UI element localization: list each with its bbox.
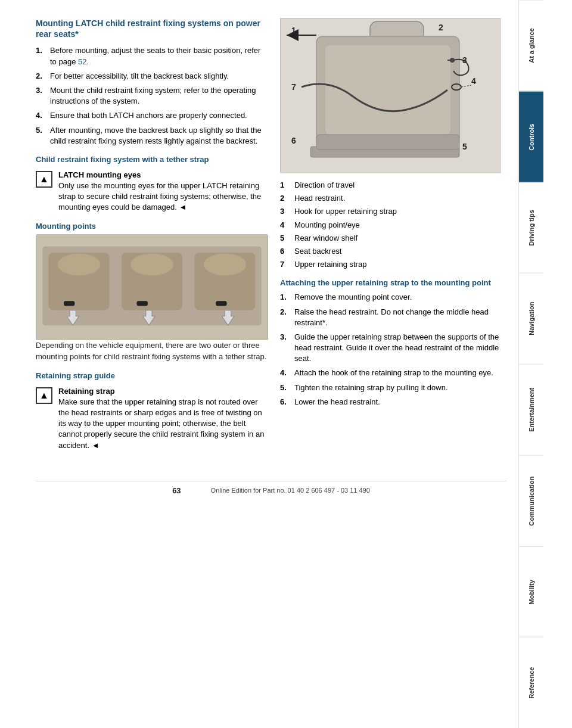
sidebar-item-communication[interactable]: Communication <box>519 455 543 546</box>
attach-text-6: Lower the head restraint. <box>294 397 380 407</box>
attach-step-2: 2. Raise the head restraint. Do not chan… <box>280 307 506 328</box>
attach-num-1: 1. <box>280 292 290 303</box>
seat-diagram: 1 2 3 <box>280 18 500 173</box>
step-3: 3. Mount the child restraint fixing syst… <box>36 85 268 107</box>
attach-num-5: 5. <box>280 382 290 393</box>
svg-point-6 <box>130 253 173 275</box>
warning-strap-label: Retaining strap <box>58 387 115 396</box>
mounting-points-diagram <box>36 235 268 340</box>
svg-point-5 <box>58 253 100 275</box>
footer-text: Online Edition for Part no. 01 40 2 606 … <box>211 487 370 494</box>
attaching-steps-list: 1. Remove the mounting point cover. 2. R… <box>280 292 506 407</box>
attach-text-4: Attach the hook of the retaining strap t… <box>294 368 493 378</box>
sidebar-item-mobility[interactable]: Mobility <box>519 546 543 637</box>
attach-step-6: 6. Lower the head restraint. <box>280 397 506 407</box>
step-text-5: After mounting, move the backrest back u… <box>50 125 268 147</box>
label-text-1: Direction of travel <box>294 180 355 191</box>
warning-latch-body: Only use the mounting eyes for the upper… <box>58 181 261 211</box>
mounting-diagram-svg <box>36 234 268 341</box>
step-2: 2. For better accessibility, tilt the ba… <box>36 71 268 82</box>
label-text-4: Mounting point/eye <box>294 220 360 231</box>
step-num-1: 1. <box>36 45 45 67</box>
warning-latch-text: LATCH mounting eyes Only use the mountin… <box>58 170 268 213</box>
mounting-caption: Depending on the vehicle equipment, ther… <box>36 340 268 363</box>
step-num-5: 5. <box>36 125 45 147</box>
label-num-7: 7 <box>280 259 290 270</box>
step-text-1: Before mounting, adjust the seats to the… <box>50 45 268 67</box>
sidebar-item-at-a-glance[interactable]: At a glance <box>519 0 543 91</box>
warning-strap: ▲ Retaining strap Make sure that the upp… <box>36 386 268 451</box>
step-text-4: Ensure that both LATCH anchors are prope… <box>50 110 247 121</box>
mounting-points-title: Mounting points <box>36 222 268 231</box>
label-item-1: 1 Direction of travel <box>280 180 506 191</box>
step-num-4: 4. <box>36 110 45 121</box>
warning-strap-text: Retaining strap Make sure that the upper… <box>58 386 268 451</box>
attach-text-1: Remove the mounting point cover. <box>294 292 412 303</box>
label-item-2: 2 Head restraint. <box>280 193 506 204</box>
attach-text-5: Tighten the retaining strap by pulling i… <box>294 382 448 393</box>
svg-point-7 <box>204 253 246 275</box>
label-text-2: Head restraint. <box>294 193 345 204</box>
label-item-3: 3 Hook for upper retaining strap <box>280 206 506 217</box>
svg-text:7: 7 <box>291 82 296 92</box>
attaching-title: Attaching the upper retaining strap to t… <box>280 278 506 287</box>
warning-icon-1: ▲ <box>36 171 52 188</box>
label-text-6: Seat backrest <box>294 246 342 257</box>
sidebar-item-reference[interactable]: Reference <box>519 637 543 728</box>
diagram-labels-list: 1 Direction of travel 2 Head restraint. … <box>280 180 506 270</box>
step-text-2: For better accessibility, tilt the backr… <box>50 71 229 82</box>
sidebar-item-navigation[interactable]: Navigation <box>519 273 543 364</box>
sidebar-item-controls[interactable]: Controls <box>519 91 543 182</box>
label-item-4: 4 Mounting point/eye <box>280 220 506 231</box>
label-text-7: Upper retaining strap <box>294 259 366 270</box>
warning-strap-body: Make sure that the upper retaining strap… <box>58 397 264 450</box>
attach-num-3: 3. <box>280 332 290 365</box>
attach-text-3: Guide the upper retaining strap between … <box>294 332 506 365</box>
step-1: 1. Before mounting, adjust the seats to … <box>36 45 268 67</box>
warning-latch-end: ◄ <box>179 203 186 211</box>
warning-latch-label: LATCH mounting eyes <box>58 170 141 179</box>
label-num-1: 1 <box>280 180 290 191</box>
retaining-strap-title: Retaining strap guide <box>36 371 268 380</box>
svg-rect-34 <box>316 135 459 150</box>
label-text-3: Hook for upper retaining strap <box>294 206 397 217</box>
svg-rect-10 <box>216 301 226 306</box>
attach-text-2: Raise the head restraint. Do not change … <box>294 307 506 328</box>
attach-num-4: 4. <box>280 368 290 378</box>
sidebar-item-entertainment[interactable]: Entertainment <box>519 364 543 455</box>
child-section-title: Child restraint fixing system with a tet… <box>36 155 268 164</box>
step-4: 4. Ensure that both LATCH anchors are pr… <box>36 110 268 121</box>
step-num-3: 3. <box>36 85 45 107</box>
main-title: Mounting LATCH child restraint fixing sy… <box>36 18 268 39</box>
attach-step-3: 3. Guide the upper retaining strap betwe… <box>280 332 506 365</box>
label-num-6: 6 <box>280 246 290 257</box>
main-steps-list: 1. Before mounting, adjust the seats to … <box>36 45 268 147</box>
sidebar: At a glance Controls Driving tips Naviga… <box>518 0 543 728</box>
label-num-3: 3 <box>280 206 290 217</box>
attach-num-2: 2. <box>280 307 290 328</box>
warning-latch: ▲ LATCH mounting eyes Only use the mount… <box>36 170 268 213</box>
page-link-52[interactable]: 52 <box>78 57 86 66</box>
svg-rect-8 <box>64 301 74 306</box>
svg-text:6: 6 <box>291 136 296 145</box>
label-item-7: 7 Upper retaining strap <box>280 259 506 270</box>
label-num-4: 4 <box>280 220 290 231</box>
page-footer: 63 Online Edition for Part no. 01 40 2 6… <box>36 481 506 501</box>
step-5: 5. After mounting, move the backrest bac… <box>36 125 268 147</box>
seat-diagram-svg: 1 2 3 <box>281 18 501 173</box>
label-item-5: 5 Rear window shelf <box>280 233 506 244</box>
attach-step-4: 4. Attach the hook of the retaining stra… <box>280 368 506 378</box>
step-num-2: 2. <box>36 71 45 82</box>
attach-step-1: 1. Remove the mounting point cover. <box>280 292 506 303</box>
warning-icon-2: ▲ <box>36 387 52 404</box>
svg-text:5: 5 <box>462 142 467 151</box>
label-num-5: 5 <box>280 233 290 244</box>
attach-step-5: 5. Tighten the retaining strap by pullin… <box>280 382 506 393</box>
page-number: 63 <box>172 486 181 495</box>
svg-text:4: 4 <box>471 76 476 86</box>
label-item-6: 6 Seat backrest <box>280 246 506 257</box>
svg-rect-9 <box>136 301 147 306</box>
sidebar-item-driving-tips[interactable]: Driving tips <box>519 182 543 273</box>
attach-num-6: 6. <box>280 397 290 407</box>
svg-text:2: 2 <box>439 23 443 32</box>
